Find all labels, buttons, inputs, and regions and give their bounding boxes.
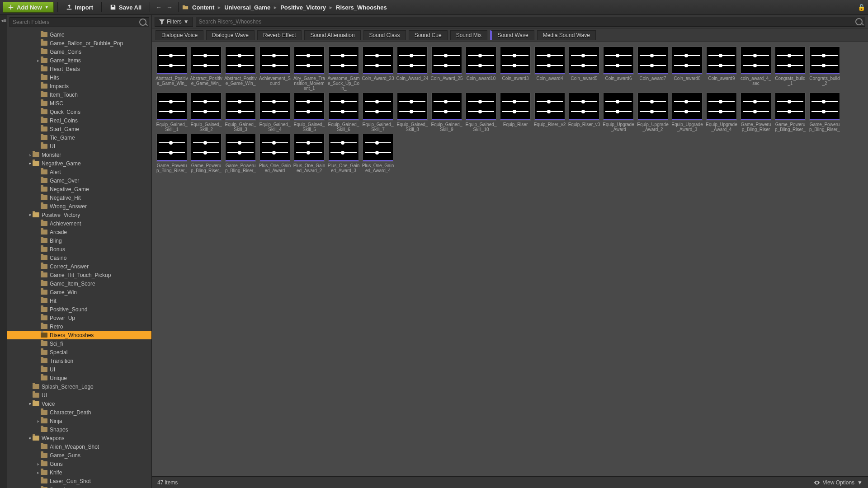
folder-hits[interactable]: Hits [7,73,151,82]
expand-icon[interactable]: ▹ [27,153,33,157]
asset-item[interactable]: Equip_Riser_v3 [568,93,600,132]
folder-game_hit_touch_pickup[interactable]: Game_Hit_Touch_Pickup [7,271,151,279]
type-filter-dialogue-wave[interactable]: Dialogue Wave [206,30,255,40]
folder-ui[interactable]: UI [7,391,151,399]
folder-transition[interactable]: Transition [7,357,151,365]
folder-game[interactable]: Game [7,30,151,39]
asset-item[interactable]: Abstract_Positive_Game_Win_ [156,47,188,91]
folder-retro[interactable]: Retro [7,322,151,331]
folder-character_death[interactable]: Character_Death [7,408,151,417]
folder-heart_beats[interactable]: Heart_Beats [7,65,151,73]
folder-splash_screen_logo[interactable]: Splash_Screen_Logo [7,382,151,391]
folder-game_guns[interactable]: Game_Guns [7,451,151,460]
breadcrumb-item[interactable]: Content [192,4,214,11]
folder-casino[interactable]: Casino [7,253,151,262]
folder-ui[interactable]: UI [7,365,151,374]
asset-item[interactable]: Plus_One_Gained_Award_4 [362,134,394,173]
forward-button[interactable]: → [165,2,175,12]
folder-ui[interactable]: UI [7,142,151,150]
folder-positive_victory[interactable]: ▾Positive_Victory [7,211,151,219]
folder-achievement[interactable]: Achievement [7,219,151,228]
type-filter-media-sound-wave[interactable]: Media Sound Wave [537,30,596,40]
asset-item[interactable]: Abstract_Positive_Game_Win_ [224,47,257,91]
type-filter-dialogue-voice[interactable]: Dialogue Voice [156,30,203,40]
asset-item[interactable]: Equip_Gained_Skill_10 [465,93,497,132]
asset-item[interactable]: Coin_award4 [533,47,566,91]
asset-item[interactable]: Plus_One_Gained_Award [259,134,291,173]
folder-game_items[interactable]: ▹Game_Items [7,56,151,65]
asset-item[interactable]: Coin_award9 [705,47,738,91]
asset-item[interactable]: Game_Powerup_Bling_Riser_ [190,134,222,173]
type-filter-sound-wave[interactable]: Sound Wave [490,30,534,40]
asset-item[interactable]: Congrats_build_2 [808,47,841,91]
add-new-button[interactable]: Add New ▼ [3,2,54,13]
asset-item[interactable]: Coin_award8 [671,47,703,91]
asset-item[interactable]: Equip_Gained_Skill_8 [396,93,429,132]
folder-game_win[interactable]: Game_Win [7,288,151,296]
folder-hit[interactable]: Hit [7,296,151,305]
folder-alien_weapon_shot[interactable]: Alien_Weapon_Shot [7,442,151,451]
folder-laser_gun_shot[interactable]: Laser_Gun_Shot [7,477,151,485]
folder-special[interactable]: Special [7,348,151,357]
asset-item[interactable]: Coin_award3 [499,47,532,91]
asset-item[interactable]: Equip_Upgrade_Award_4 [705,93,738,132]
folder-game_over[interactable]: Game_Over [7,176,151,185]
folder-wrong_answer[interactable]: Wrong_Answer [7,202,151,211]
asset-item[interactable]: Coin_Award_23 [362,47,394,91]
folder-positive_sound[interactable]: Positive_Sound [7,305,151,314]
save-all-button[interactable]: Save All [105,2,146,13]
folder-start_game[interactable]: Start_Game [7,125,151,133]
asset-item[interactable]: Coin_award7 [637,47,669,91]
asset-item[interactable]: Equip_Upgrade_Award [602,93,635,132]
folder-item_touch[interactable]: Item_Touch [7,90,151,99]
asset-item[interactable]: Equip_Gained_Skill_9 [430,93,463,132]
type-filter-sound-attenuation[interactable]: Sound Attenuation [304,30,360,40]
folder-ninja[interactable]: ▹Ninja [7,417,151,425]
back-button[interactable]: ← [154,2,164,12]
expand-icon[interactable]: ▹ [35,470,41,475]
expand-icon[interactable]: ▾ [27,436,33,441]
folder-game_coins[interactable]: Game_Coins [7,47,151,56]
asset-item[interactable]: Coin_Award_24 [396,47,429,91]
expand-icon[interactable]: ▾ [27,161,33,166]
folder-impacts[interactable]: Impacts [7,82,151,90]
asset-item[interactable]: Game_Powerup_Bling_Riser_ [808,93,841,132]
asset-item[interactable]: Game_Powerup_Bling_Riser_ [156,134,188,173]
asset-item[interactable]: Equip_Gained_Skill_7 [362,93,394,132]
folder-tie_game[interactable]: Tie_Game [7,133,151,142]
asset-item[interactable]: Equip_Gained_Skill_2 [190,93,222,132]
folder-power_up[interactable]: Power_Up [7,314,151,322]
search-folders-input[interactable] [9,17,149,27]
asset-item[interactable]: Game_Powerup_Bling_Riser_ [224,134,257,173]
type-filter-reverb-effect[interactable]: Reverb Effect [257,30,302,40]
expand-icon[interactable]: ▹ [35,58,41,63]
asset-item[interactable]: Coin_award10 [465,47,497,91]
asset-item[interactable]: Game_Powerup_Bling_Riser_ [774,93,807,132]
asset-item[interactable]: Congrats_build_1 [774,47,807,91]
folder-bling[interactable]: Bling [7,236,151,245]
folder-negative_game[interactable]: Negative_Game [7,185,151,193]
folder-guns[interactable]: ▹Guns [7,460,151,468]
view-options-button[interactable]: View Options ▼ [814,479,863,486]
folder-voice[interactable]: ▾Voice [7,399,151,408]
asset-item[interactable]: Equip_Upgrade_Award_2 [637,93,669,132]
asset-item[interactable]: Plus_One_Gained_Award_3 [327,134,360,173]
filters-button[interactable]: Filters ▼ [155,17,193,27]
asset-item[interactable]: Awesome_Game_Suck_Up_Coin_ [327,47,360,91]
breadcrumb-item[interactable]: Positive_Victory [280,4,326,11]
folder-sci_fi[interactable]: Sci_fi [7,339,151,348]
folder-correct_answer[interactable]: Correct_Answer [7,262,151,271]
folder-risers_whooshes[interactable]: Risers_Whooshes [7,331,151,339]
import-button[interactable]: Import [61,2,98,13]
panel-collapse-button[interactable]: ◂≡ [0,15,7,488]
asset-item[interactable]: Equip_Gained_Skill_6 [327,93,360,132]
folder-real_coins[interactable]: Real_Coins [7,116,151,125]
expand-icon[interactable]: ▹ [35,462,41,466]
folder-monster[interactable]: ▹Monster [7,150,151,159]
expand-icon[interactable]: ▾ [27,213,33,217]
asset-item[interactable]: coin_award_4_sec [740,47,772,91]
expand-icon[interactable]: ▹ [35,419,41,423]
asset-item[interactable]: Equip_Upgrade_Award_3 [671,93,703,132]
folder-alert[interactable]: Alert [7,168,151,176]
breadcrumb-item[interactable]: Universal_Game [224,4,270,11]
